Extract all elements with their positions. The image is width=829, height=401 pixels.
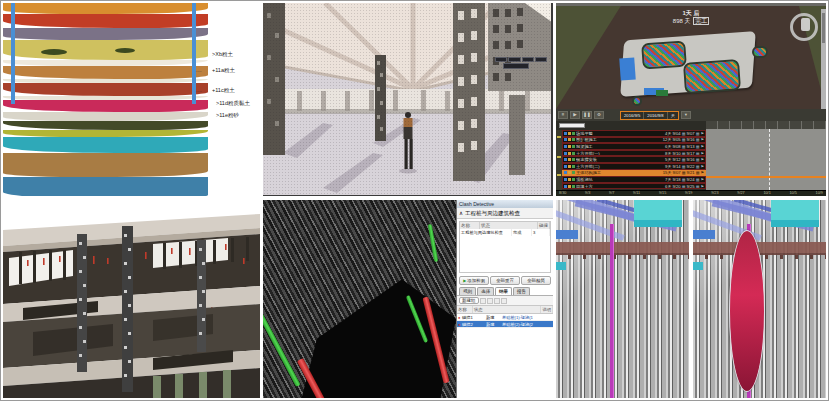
clash-tabs: 规则选择结果报告 [457, 286, 553, 295]
task-type-icon [564, 132, 567, 135]
gear-button[interactable]: ⚙ [594, 111, 604, 119]
overlay-button[interactable] [535, 57, 547, 62]
task-filter-input[interactable] [559, 123, 585, 128]
date-from[interactable]: 2016/9/5 [621, 112, 644, 119]
cyan-deck-edge [634, 220, 682, 227]
sim-viewport[interactable]: 1天 后 898 天 完工 [556, 6, 826, 109]
borehole-left [11, 3, 15, 104]
task-row[interactable]: 回填土方 6天 9/20 ▦ 9/25 ▦ ⚑ [562, 183, 706, 190]
clash-tab[interactable]: 规则 [459, 287, 476, 295]
collapse-icon[interactable]: ∧ [459, 210, 463, 216]
play-button[interactable]: ▶ [570, 111, 580, 119]
overlay-button[interactable] [508, 57, 520, 62]
clash-result-row[interactable]: ● 碰撞1 新建 基础桩(1):现浇(1 [457, 314, 553, 321]
strata-diagram [3, 3, 208, 196]
capping-beam [556, 242, 689, 255]
strata-layer [3, 66, 208, 79]
task-duration: 6天 [665, 184, 672, 189]
calendar-icon: ▦ [696, 151, 700, 156]
menu-button[interactable]: ≡ [558, 111, 568, 119]
gantt-toolbar: ≡ ▶ ❚❚ ⚙ 2016/9/5 2016/9/8 天 ▾ [556, 109, 826, 121]
calendar-icon: ▦ [696, 137, 700, 142]
task-end: 9/25 [686, 184, 694, 189]
clash-tab[interactable]: 结果 [495, 287, 512, 295]
task-row[interactable]: 冠梁施工 6天 9/08 ▦ 9/13 ▦ ⚑ [562, 143, 706, 150]
task-name: 土方开挖(二) [576, 164, 664, 169]
structure-canvas[interactable] [3, 200, 260, 398]
clash-result-row[interactable]: ● 碰撞2 新建 基础桩(2):现浇(2 [457, 321, 553, 328]
date-tick: 10/9 [816, 191, 823, 196]
results-header: 状态 [473, 306, 541, 313]
calendar-icon: ▦ [696, 170, 700, 175]
cyan-deck [771, 200, 819, 220]
task-table: 场地平整 4天 9/04 ▦ 9/07 ▦ ⚑ 围护桩施工 12天 [562, 130, 706, 190]
foreground-column-mid [375, 55, 386, 141]
test-header[interactable]: ∧ 工程桩与周边建筑检查 [457, 208, 553, 219]
reset-all-button[interactable]: 全部重置 [490, 276, 520, 285]
dropdown-button[interactable]: ▾ [681, 111, 691, 119]
clash-tab[interactable]: 报告 [513, 287, 530, 295]
task-row[interactable]: 顶板浇筑 7天 9/18 ▦ 9/24 ▦ ⚑ [562, 176, 706, 183]
group-tool-icon[interactable] [480, 298, 486, 304]
task-row[interactable]: 土方开挖(一) 8天 9/10 ▦ 9/17 ▦ ⚑ [562, 150, 706, 157]
results-list: ● 碰撞1 新建 基础桩(1):现浇(1 ● 碰撞2 新建 基础桩(2):现浇(… [457, 314, 553, 328]
blue-element [556, 230, 578, 239]
vertical-scrollbar[interactable] [821, 9, 826, 109]
overlay-button-wide[interactable] [503, 63, 529, 69]
task-type-icon [564, 152, 567, 155]
group-tool-icon[interactable] [494, 298, 500, 304]
group-tool-icon[interactable] [487, 298, 493, 304]
task-row[interactable]: 主体结构施工 15天 9/07 ▦ 9/21 ▦ ⚑ [562, 170, 706, 177]
flag-icon: ⚑ [700, 170, 704, 175]
task-start: 9/08 [673, 144, 681, 149]
date-to[interactable]: 2016/9/8 [644, 112, 667, 119]
overlay-button[interactable] [495, 57, 507, 62]
window-title: Clash Detective [457, 200, 553, 208]
clash-viewport[interactable] [263, 200, 456, 398]
pile-view-before[interactable] [556, 200, 689, 398]
bim-montage: >Xb粉土+11a粉土+11c粉土>11d粉质黏土>11e粉砂 [0, 0, 829, 401]
task-state-icon [572, 138, 575, 141]
gantt-chart-area[interactable] [706, 129, 826, 190]
summary-status: 完成 [512, 229, 532, 236]
strata-layer [3, 14, 208, 28]
calendar-icon: ▦ [682, 164, 686, 169]
hud-line2: 898 天 完工 [556, 18, 826, 26]
task-link-icon [568, 178, 571, 181]
task-row[interactable]: 围护桩施工 12天 9/05 ▦ 9/16 ▦ ⚑ [562, 137, 706, 144]
pause-button[interactable]: ❚❚ [582, 111, 592, 119]
task-link-icon [568, 185, 571, 188]
overlay-button[interactable] [522, 57, 534, 62]
unit-select[interactable]: 天 [668, 112, 678, 119]
task-name: 冠梁施工 [576, 144, 664, 149]
task-row[interactable]: 场地平整 4天 9/04 ▦ 9/07 ▦ ⚑ [562, 130, 706, 137]
task-state-icon [572, 158, 575, 161]
group-tool-icon[interactable] [501, 298, 507, 304]
task-end: 9/24 [686, 177, 694, 182]
task-link-icon [568, 145, 571, 148]
navigation-compass[interactable] [790, 13, 818, 41]
summary-name: 工程桩与周边建筑检查 [460, 229, 512, 236]
task-duration: 9天 [665, 164, 672, 169]
calendar-icon: ▦ [682, 144, 686, 149]
summary-row[interactable]: 工程桩与周边建筑检查 完成 3 [460, 229, 550, 236]
add-test-button[interactable]: ▶ 添加检测 [459, 276, 489, 285]
task-duration: 6天 [665, 144, 672, 149]
task-name: 场地平整 [576, 131, 664, 136]
task-row[interactable]: 钢支撑安装 5天 9/12 ▦ 9/16 ▦ ⚑ [562, 156, 706, 163]
clash-name: 碰撞1 [461, 315, 485, 320]
task-row[interactable]: 土方开挖(二) 9天 9/14 ▦ 9/22 ▦ ⚑ [562, 163, 706, 170]
clash-tab[interactable]: 选择 [477, 287, 494, 295]
date-range-control[interactable]: 2016/9/5 2016/9/8 天 [620, 111, 679, 120]
task-start: 9/20 [673, 184, 681, 189]
strata-layer [3, 28, 208, 40]
calendar-icon: ▦ [682, 177, 686, 182]
calendar-icon: ▦ [682, 184, 686, 189]
new-group-button[interactable]: 新建组 [459, 297, 479, 304]
flag-icon: ⚑ [700, 177, 704, 182]
pile-view-after[interactable] [693, 200, 826, 398]
compact-all-button[interactable]: 全部精简 [521, 276, 551, 285]
results-header: 名称 [457, 306, 473, 313]
station-render-canvas[interactable] [263, 3, 553, 196]
strata-label: +11c粉土 [212, 87, 235, 94]
